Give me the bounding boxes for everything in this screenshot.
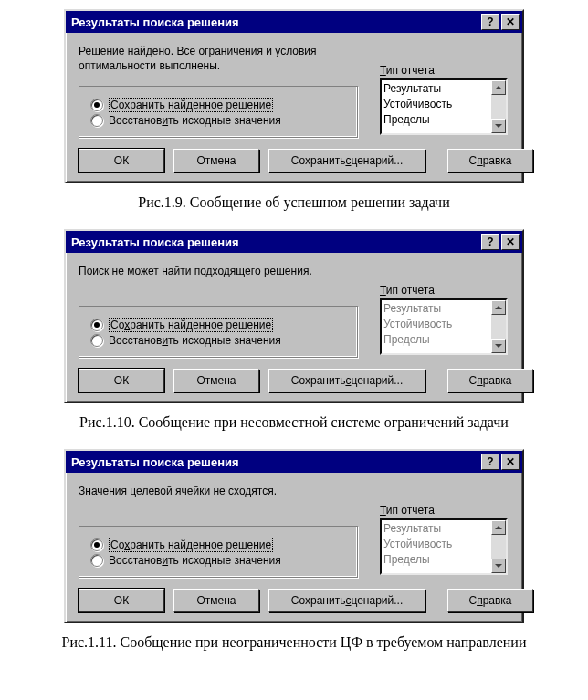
scroll-down-button[interactable] xyxy=(491,339,506,353)
close-button[interactable]: ✕ xyxy=(501,234,520,250)
help-reference-button[interactable]: Справка xyxy=(447,369,533,392)
cancel-button[interactable]: Отмена xyxy=(173,589,259,612)
chevron-down-icon xyxy=(495,564,502,568)
report-type-label: Тип отчета xyxy=(380,64,508,77)
title-bar: Результаты поиска решения ? ✕ xyxy=(66,231,522,253)
figure-2: Результаты поиска решения ? ✕ Поиск не м… xyxy=(9,229,579,431)
scroll-up-button[interactable] xyxy=(491,300,506,315)
report-option-2: Пределы xyxy=(383,552,489,568)
radio-icon xyxy=(90,334,103,347)
help-button[interactable]: ? xyxy=(481,454,499,470)
save-scenario-button[interactable]: Сохранить сценарий... xyxy=(268,589,425,612)
report-type-block: Тип отчета РезультатыУстойчивостьПределы xyxy=(380,504,508,575)
cancel-button[interactable]: Отмена xyxy=(173,149,259,172)
radio-icon xyxy=(90,114,103,127)
close-button[interactable]: ✕ xyxy=(501,454,520,470)
dialog-title: Результаты поиска решения xyxy=(71,455,479,469)
ok-button[interactable]: ОК xyxy=(79,149,164,172)
close-button[interactable]: ✕ xyxy=(501,14,520,30)
report-type-listbox[interactable]: РезультатыУстойчивостьПределы xyxy=(380,78,508,135)
radio-restore-values[interactable]: Восстановить исходные значения xyxy=(90,554,346,567)
status-message: Решение найдено. Все ограничения и услов… xyxy=(79,44,352,73)
cancel-button[interactable]: Отмена xyxy=(173,369,259,392)
report-option-2: Пределы xyxy=(383,332,489,348)
ok-button[interactable]: ОК xyxy=(79,589,164,612)
button-row: ОК Отмена Сохранить сценарий... Справка xyxy=(79,369,509,392)
help-reference-button[interactable]: Справка xyxy=(447,149,533,172)
report-type-label: Тип отчета xyxy=(380,284,508,297)
figure-caption: Рис.1.11. Сообщение при неограниченности… xyxy=(9,634,579,651)
radio-restore-values[interactable]: Восстановить исходные значения xyxy=(90,114,346,127)
report-option-1[interactable]: Устойчивость xyxy=(383,97,489,112)
result-action-group: Сохранить найденное решение Восстановить… xyxy=(79,306,358,358)
result-action-group: Сохранить найденное решение Восстановить… xyxy=(79,526,358,578)
radio-restore-values[interactable]: Восстановить исходные значения xyxy=(90,334,346,347)
report-type-listbox[interactable]: РезультатыУстойчивостьПределы xyxy=(380,298,508,355)
figure-caption: Рис.1.10. Сообщение при несовместной сис… xyxy=(9,414,579,431)
title-bar: Результаты поиска решения ? ✕ xyxy=(66,451,522,473)
report-type-label: Тип отчета xyxy=(380,504,508,517)
radio-icon xyxy=(90,319,103,331)
save-scenario-button[interactable]: Сохранить сценарий... xyxy=(268,369,425,392)
scroll-down-button[interactable] xyxy=(491,119,506,133)
radio-keep-solution[interactable]: Сохранить найденное решение xyxy=(90,99,346,111)
solver-results-dialog: Результаты поиска решения ? ✕ Значения ц… xyxy=(64,449,524,623)
dialog-title: Результаты поиска решения xyxy=(71,16,479,29)
report-option-0: Результаты xyxy=(383,521,489,537)
title-bar: Результаты поиска решения ? ✕ xyxy=(66,11,522,33)
save-scenario-button[interactable]: Сохранить сценарий... xyxy=(268,149,425,172)
radio-icon xyxy=(90,554,103,567)
dialog-title: Результаты поиска решения xyxy=(71,235,479,249)
figure-3: Результаты поиска решения ? ✕ Значения ц… xyxy=(9,449,579,651)
chevron-up-icon xyxy=(495,86,502,89)
report-option-1: Устойчивость xyxy=(383,317,489,332)
result-action-group: Сохранить найденное решение Восстановить… xyxy=(79,86,358,138)
radio-restore-label: Восстановить исходные значения xyxy=(109,114,281,127)
radio-keep-label: Сохранить найденное решение xyxy=(109,538,273,552)
radio-keep-solution[interactable]: Сохранить найденное решение xyxy=(90,319,346,331)
report-option-0[interactable]: Результаты xyxy=(383,81,489,97)
figure-1: Результаты поиска решения ? ✕ Решение на… xyxy=(9,9,579,211)
status-message: Поиск не может найти подходящего решения… xyxy=(79,264,352,293)
solver-results-dialog: Результаты поиска решения ? ✕ Решение на… xyxy=(64,9,524,183)
scrollbar xyxy=(491,520,506,573)
radio-restore-label: Восстановить исходные значения xyxy=(109,334,281,347)
report-option-0: Результаты xyxy=(383,301,489,317)
scrollbar xyxy=(491,300,506,353)
report-type-listbox[interactable]: РезультатыУстойчивостьПределы xyxy=(380,518,508,575)
radio-icon xyxy=(90,99,103,111)
chevron-down-icon xyxy=(495,124,502,128)
radio-icon xyxy=(90,538,103,551)
report-option-2[interactable]: Пределы xyxy=(383,112,489,128)
help-button[interactable]: ? xyxy=(481,14,499,30)
help-reference-button[interactable]: Справка xyxy=(447,589,533,612)
report-type-block: Тип отчета РезультатыУстойчивостьПределы xyxy=(380,64,508,135)
scroll-up-button[interactable] xyxy=(491,520,506,535)
scroll-up-button[interactable] xyxy=(491,80,506,95)
solver-results-dialog: Результаты поиска решения ? ✕ Поиск не м… xyxy=(64,229,524,403)
radio-keep-label: Сохранить найденное решение xyxy=(109,98,273,112)
report-option-1: Устойчивость xyxy=(383,537,489,552)
button-row: ОК Отмена Сохранить сценарий... Справка xyxy=(79,149,509,172)
radio-keep-label: Сохранить найденное решение xyxy=(109,318,273,332)
figure-caption: Рис.1.9. Сообщение об успешном решении з… xyxy=(9,194,579,211)
chevron-up-icon xyxy=(495,306,502,309)
chevron-up-icon xyxy=(495,526,502,529)
chevron-down-icon xyxy=(495,344,502,348)
help-button[interactable]: ? xyxy=(481,234,499,250)
radio-restore-label: Восстановить исходные значения xyxy=(109,554,281,567)
scroll-down-button[interactable] xyxy=(491,559,506,573)
scrollbar xyxy=(491,80,506,133)
radio-keep-solution[interactable]: Сохранить найденное решение xyxy=(90,538,346,551)
report-type-block: Тип отчета РезультатыУстойчивостьПределы xyxy=(380,284,508,355)
status-message: Значения целевой ячейки не сходятся. xyxy=(79,484,352,513)
ok-button[interactable]: ОК xyxy=(79,369,164,392)
button-row: ОК Отмена Сохранить сценарий... Справка xyxy=(79,589,509,612)
